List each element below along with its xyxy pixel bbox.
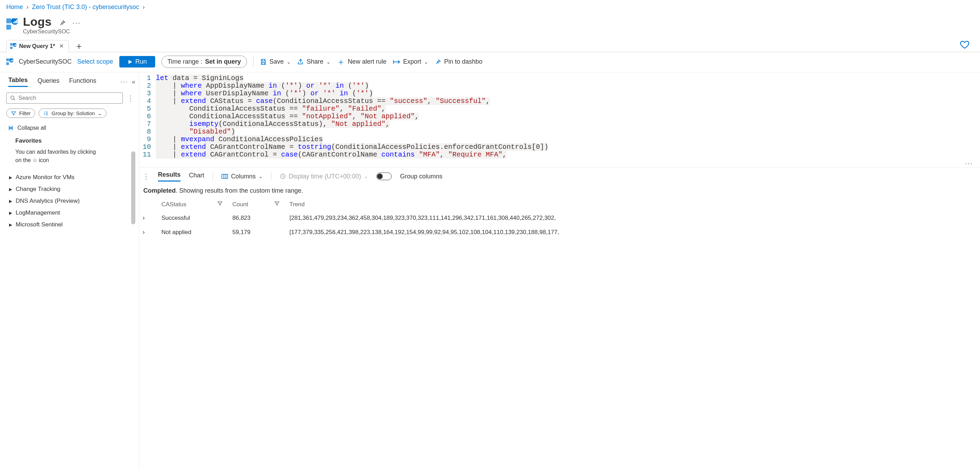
run-button[interactable]: Run — [119, 56, 155, 67]
chevron-down-icon: ⌄ — [326, 59, 331, 65]
display-time-button[interactable]: Display time (UTC+00:00) ⌄ — [280, 173, 368, 180]
collapse-panel-icon[interactable]: « — [132, 78, 135, 86]
svg-rect-5 — [14, 21, 16, 23]
more-icon[interactable]: ··· — [120, 78, 128, 86]
table-row[interactable]: › Not applied 59,179 [177,379,335,256,42… — [143, 225, 977, 239]
svg-rect-12 — [14, 44, 15, 46]
expand-row-icon[interactable]: › — [143, 229, 158, 236]
svg-rect-0 — [6, 18, 11, 23]
export-button[interactable]: Export ⌄ — [393, 58, 428, 65]
save-icon — [260, 59, 267, 65]
collapse-all-label: Collapse all — [18, 125, 46, 131]
chevron-down-icon: ⌄ — [424, 59, 428, 65]
scrollbar-thumb[interactable] — [131, 151, 135, 224]
time-range-value: Set in query — [205, 58, 241, 65]
save-label: Save — [270, 58, 284, 65]
filter-button[interactable]: Filter — [6, 108, 35, 118]
save-button[interactable]: Save ⌄ — [260, 58, 291, 65]
results-grid: CAStatus Count Trend › Successful 86,823… — [139, 198, 980, 239]
table-row[interactable]: › Successful 86,823 [281,361,479,293,234… — [143, 211, 977, 225]
favorites-heading: Favorites — [15, 137, 130, 144]
query-tab-label: New Query 1* — [19, 43, 55, 49]
group-columns-toggle[interactable] — [376, 173, 392, 180]
share-label: Share — [307, 58, 323, 65]
cell-count: 59,179 — [232, 229, 270, 236]
svg-rect-4 — [13, 22, 14, 23]
favorite-icon[interactable] — [960, 40, 970, 52]
column-header-castatus[interactable]: CAStatus — [161, 201, 186, 208]
chevron-right-icon: ▸ — [9, 186, 12, 193]
chevron-down-icon: ⌄ — [364, 173, 368, 179]
query-editor[interactable]: 1234567891011 let data = SigninLogs | wh… — [139, 72, 980, 159]
logs-icon — [10, 43, 16, 49]
tree-item[interactable]: ▸Change Tracking — [6, 183, 130, 195]
query-tab[interactable]: New Query 1* ✕ — [6, 40, 69, 52]
group-icon — [43, 111, 49, 116]
tree-item[interactable]: ▸Microsoft Sentinel — [6, 219, 130, 230]
pin-icon[interactable] — [59, 19, 66, 27]
chevron-down-icon: ⌄ — [287, 59, 291, 65]
more-icon[interactable]: ··· — [72, 18, 81, 27]
export-icon — [393, 59, 401, 65]
breadcrumb: Home › Zero Trust (TIC 3.0) - cybersecur… — [0, 0, 980, 14]
svg-rect-9 — [10, 47, 13, 49]
breadcrumb-item[interactable]: Zero Trust (TIC 3.0) - cybersecuritysoc — [32, 3, 139, 11]
results-toolbar: ⋮ Results Chart Columns ⌄ Display time (… — [139, 167, 980, 184]
clock-icon — [280, 173, 286, 179]
collapse-icon — [8, 125, 14, 131]
chart-tab[interactable]: Chart — [189, 172, 204, 181]
share-icon — [297, 59, 304, 65]
group-by-button[interactable]: Group by: Solution ⌄ — [39, 108, 106, 118]
new-alert-rule-button[interactable]: ＋ New alert rule — [337, 58, 387, 65]
filter-label: Filter — [19, 110, 30, 116]
logs-icon — [6, 18, 18, 30]
filter-icon[interactable] — [217, 201, 229, 208]
column-header-count[interactable]: Count — [232, 201, 248, 208]
pin-icon — [434, 59, 441, 65]
drag-handle-icon[interactable]: ⋮ — [143, 172, 150, 181]
sidebar-tab-tables[interactable]: Tables — [8, 76, 28, 87]
scope-label: CyberSecuritySOC — [19, 58, 72, 65]
ellipsis-icon: ··· — [139, 159, 980, 167]
sidebar-tree: Favorites You can add favorites by click… — [6, 136, 135, 468]
add-tab-button[interactable]: ＋ — [71, 41, 87, 51]
select-scope-link[interactable]: Select scope — [77, 58, 113, 65]
svg-rect-6 — [16, 20, 17, 23]
breadcrumb-home[interactable]: Home — [6, 3, 23, 11]
favorites-help-line1: You can add favorites by clicking — [15, 149, 96, 155]
tree-item-label: Change Tracking — [16, 186, 60, 193]
logs-icon — [6, 59, 13, 65]
columns-label: Columns — [231, 173, 256, 180]
column-header-trend[interactable]: Trend — [290, 201, 977, 208]
chevron-right-icon: ▸ — [9, 173, 12, 181]
tree-item[interactable]: ▸DNS Analytics (Preview) — [6, 195, 130, 207]
chevron-down-icon: ⌄ — [258, 173, 262, 179]
svg-rect-11 — [14, 45, 14, 46]
close-icon[interactable]: ✕ — [58, 43, 65, 49]
editor-code[interactable]: let data = SigninLogs | where AppDisplay… — [156, 74, 977, 159]
search-icon — [10, 95, 16, 101]
time-range-button[interactable]: Time range : Set in query — [161, 56, 247, 68]
pin-to-dashboard-button[interactable]: Pin to dashbo — [434, 58, 482, 65]
results-tab[interactable]: Results — [158, 171, 181, 181]
search-input[interactable] — [6, 92, 123, 104]
page-subtitle: CyberSecuritySOC — [23, 29, 81, 35]
tree-item-label: Azure Monitor for VMs — [16, 174, 75, 181]
share-button[interactable]: Share ⌄ — [297, 58, 331, 65]
status-completed: Completed — [143, 187, 176, 194]
expand-row-icon[interactable]: › — [143, 214, 158, 222]
sidebar-tab-queries[interactable]: Queries — [38, 77, 59, 87]
grid-header: CAStatus Count Trend — [143, 198, 977, 211]
tree-item-label: DNS Analytics (Preview) — [16, 198, 80, 205]
chevron-right-icon: ▸ — [9, 197, 12, 205]
filter-icon[interactable] — [274, 201, 286, 208]
tree-item[interactable]: ▸Azure Monitor for VMs — [6, 171, 130, 183]
svg-rect-13 — [16, 44, 16, 46]
collapse-all-button[interactable]: Collapse all — [8, 125, 135, 131]
sidebar-tab-functions[interactable]: Functions — [69, 77, 96, 87]
display-time-label: Display time (UTC+00:00) — [289, 173, 361, 180]
group-columns-label: Group columns — [400, 173, 442, 180]
svg-rect-16 — [6, 62, 9, 65]
columns-button[interactable]: Columns ⌄ — [221, 173, 262, 180]
tree-item[interactable]: ▸LogManagement — [6, 207, 130, 219]
